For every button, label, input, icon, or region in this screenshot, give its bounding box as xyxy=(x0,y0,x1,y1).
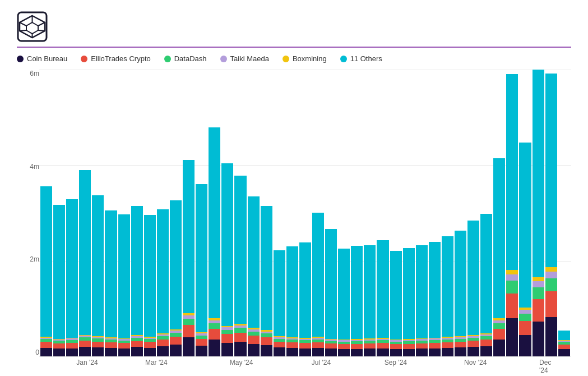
bar-segment-others xyxy=(221,163,233,326)
bar-group xyxy=(40,70,52,356)
bar-segment-coinBureau xyxy=(274,347,285,356)
bar-segment-ellioTrades xyxy=(274,342,285,347)
bar-segment-others xyxy=(312,213,324,337)
bar-group xyxy=(299,70,311,356)
bar-stack xyxy=(66,199,78,356)
bar-segment-others xyxy=(196,184,207,332)
bar-group xyxy=(92,70,104,356)
bar-group xyxy=(170,70,182,356)
legend-item: DataDash xyxy=(164,54,207,63)
bar-segment-ellioTrades xyxy=(196,339,207,346)
bar-segment-ellioTrades xyxy=(403,344,415,349)
bar-segment-ellioTrades xyxy=(338,344,350,349)
bar-group xyxy=(118,70,130,356)
bar-segment-coinBureau xyxy=(92,347,104,356)
bar-segment-others xyxy=(157,209,169,333)
bar-stack xyxy=(493,158,505,356)
bar-stack xyxy=(338,249,350,356)
y-axis-label: 0 xyxy=(17,349,39,356)
bar-segment-coinBureau xyxy=(429,349,441,356)
bar-group xyxy=(312,70,324,356)
legend-item: 11 Others xyxy=(340,54,382,63)
bar-stack xyxy=(157,209,169,356)
bar-segment-others xyxy=(248,196,260,328)
bar-group xyxy=(390,70,402,356)
bar-segment-coinBureau xyxy=(170,345,182,356)
bar-segment-ellioTrades xyxy=(312,342,324,348)
bar-segment-others xyxy=(53,205,65,338)
bar-segment-ellioTrades xyxy=(455,342,466,347)
bar-segment-dataDash xyxy=(533,287,544,299)
bar-stack xyxy=(429,242,441,356)
legend-item: Taiki Maeda xyxy=(220,54,269,63)
bar-stack xyxy=(40,186,52,356)
bar-segment-taikiMaeda xyxy=(533,281,544,287)
bar-segment-others xyxy=(79,170,91,335)
svg-line-5 xyxy=(38,30,45,31)
bar-group xyxy=(403,70,415,356)
bar-stack xyxy=(377,240,388,356)
bar-segment-coinBureau xyxy=(157,346,169,356)
bar-segment-others xyxy=(274,250,285,336)
bar-segment-others xyxy=(506,74,518,270)
bar-group xyxy=(493,70,505,356)
bar-segment-others xyxy=(234,176,246,324)
bar-segment-ellioTrades xyxy=(416,343,428,349)
bar-group xyxy=(157,70,169,356)
y-axis-label: 6m xyxy=(17,70,39,77)
bar-segment-others xyxy=(545,74,557,267)
bar-segment-dataDash xyxy=(221,330,233,334)
bar-stack xyxy=(183,160,195,356)
bar-group xyxy=(442,70,453,356)
bar-stack xyxy=(519,143,531,356)
bar-segment-coinBureau xyxy=(455,347,466,356)
bar-segment-others xyxy=(261,206,272,330)
legend-dot xyxy=(81,56,87,62)
bar-segment-others xyxy=(338,249,350,340)
bar-stack xyxy=(170,200,182,356)
legend-item: Boxmining xyxy=(283,54,327,63)
x-axis-label: Sep '24 xyxy=(385,359,407,366)
bar-segment-coinBureau xyxy=(234,342,246,356)
bar-segment-others xyxy=(144,215,156,337)
bar-segment-coinBureau xyxy=(325,349,337,356)
bar-segment-ellioTrades xyxy=(286,342,298,348)
bar-segment-coinBureau xyxy=(416,349,428,356)
title-divider xyxy=(17,47,571,48)
bar-segment-dataDash xyxy=(234,328,246,332)
bar-segment-coinBureau xyxy=(286,348,298,356)
bar-stack xyxy=(131,206,143,356)
y-axis-label: 2m xyxy=(17,255,39,263)
bar-stack xyxy=(234,176,246,356)
bar-segment-ellioTrades xyxy=(299,343,311,349)
bar-segment-dataDash xyxy=(183,319,195,325)
bar-segment-others xyxy=(467,221,479,335)
bar-stack xyxy=(299,242,311,356)
bar-group xyxy=(455,70,466,356)
bar-segment-coinBureau xyxy=(467,347,479,356)
bar-segment-coinBureau xyxy=(545,317,557,356)
bar-segment-ellioTrades xyxy=(144,342,156,347)
svg-line-7 xyxy=(20,30,26,31)
chart-header xyxy=(17,11,571,42)
bar-segment-coinBureau xyxy=(442,348,453,356)
bar-group xyxy=(261,70,272,356)
bar-group xyxy=(105,70,117,356)
bar-segment-others xyxy=(40,186,52,337)
x-axis: Jan '24Mar '24May '24Jul '24Sep '24Nov '… xyxy=(39,356,571,370)
bar-group xyxy=(416,70,428,356)
bar-segment-dataDash xyxy=(209,323,220,329)
bar-segment-others xyxy=(519,143,531,308)
bar-group xyxy=(144,70,156,356)
bar-stack xyxy=(364,245,376,356)
bar-segment-ellioTrades xyxy=(92,342,104,348)
bar-group xyxy=(558,70,570,356)
svg-line-4 xyxy=(38,22,45,26)
bar-stack xyxy=(53,205,65,356)
logo-icon xyxy=(17,11,48,42)
bar-segment-ellioTrades xyxy=(558,345,570,350)
bar-segment-others xyxy=(364,245,376,338)
bar-segment-ellioTrades xyxy=(248,336,260,344)
legend-item: EllioTrades Crypto xyxy=(81,54,150,63)
bar-segment-coinBureau xyxy=(105,348,117,356)
